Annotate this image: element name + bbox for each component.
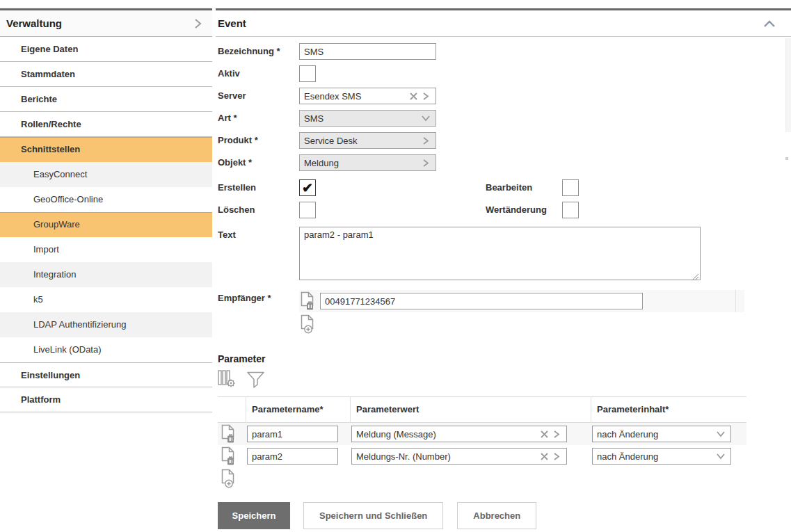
text-textarea[interactable]: param2 - param1	[299, 227, 701, 280]
server-label: Server	[218, 88, 299, 101]
sidebar-item-eigene-daten[interactable]: Eigene Daten	[0, 37, 212, 62]
sidebar-item-integration[interactable]: Integration	[0, 262, 212, 287]
page-title: Event	[218, 17, 246, 29]
parametername-input[interactable]	[247, 426, 338, 442]
parameterinhalt-dropdown[interactable]: nach Änderung	[592, 426, 731, 442]
wertaenderung-label: Wertänderung	[486, 202, 562, 215]
produkt-label: Produkt *	[218, 132, 299, 145]
chevron-right-icon[interactable]	[550, 428, 563, 440]
bezeichnung-label: Bezeichnung *	[218, 43, 299, 56]
filter-icon[interactable]	[246, 371, 265, 389]
sidebar-item-berichte[interactable]: Berichte	[0, 87, 212, 112]
empfaenger-label: Empfänger *	[218, 290, 299, 303]
sidebar-item-groupware[interactable]: GroupWare	[0, 212, 212, 237]
save-and-close-button[interactable]: Speichern und Schließen	[303, 502, 443, 529]
empfaenger-row	[299, 290, 744, 312]
objekt-label: Objekt *	[218, 154, 299, 168]
document-delete-icon[interactable]	[299, 291, 316, 311]
event-panel: Event Bezeichnung * Aktiv Server Esendex…	[216, 8, 791, 529]
sidebar-item-plattform[interactable]: Plattform	[0, 387, 212, 412]
produkt-lookup-field[interactable]: Service Desk	[299, 132, 436, 149]
chevron-down-icon	[714, 428, 727, 440]
chevron-up-icon[interactable]	[763, 17, 776, 30]
parameterwert-value: Meldungs-Nr. (Number)	[356, 451, 538, 462]
clear-x-icon[interactable]	[407, 90, 420, 102]
bezeichnung-input[interactable]	[299, 43, 436, 60]
row-end-divider	[735, 290, 744, 312]
column-settings-icon[interactable]	[218, 370, 239, 389]
resize-handle-dot	[785, 157, 788, 160]
wertaenderung-checkbox[interactable]	[562, 202, 579, 218]
parameter-table-header: Parametername* Parameterwert Parameterin…	[218, 396, 746, 423]
sidebar-item-geooffice-online[interactable]: GeoOffice-Online	[0, 187, 212, 212]
clear-x-icon[interactable]	[538, 450, 550, 462]
chevron-down-icon	[420, 112, 432, 124]
sidebar-item-easyconnect[interactable]: EasyConnect	[0, 162, 212, 187]
art-value: SMS	[304, 113, 420, 124]
parametername-input[interactable]	[247, 448, 338, 465]
sidebar-title: Verwaltung	[6, 17, 62, 29]
server-lookup-field[interactable]: Esendex SMS	[299, 88, 436, 104]
text-label: Text	[218, 227, 299, 240]
parameterinhalt-dropdown[interactable]: nach Änderung	[592, 448, 731, 465]
column-header-parametername[interactable]: Parametername*	[246, 396, 350, 423]
chevron-right-icon[interactable]	[420, 156, 432, 169]
server-value: Esendex SMS	[304, 91, 407, 102]
parameterinhalt-value: nach Änderung	[597, 451, 714, 462]
check-icon: ✔	[302, 182, 313, 195]
sidebar: Verwaltung Eigene Daten Stammdaten Beric…	[0, 8, 212, 412]
aktiv-checkbox[interactable]	[299, 65, 316, 82]
parameterinhalt-value: nach Änderung	[597, 429, 714, 440]
bearbeiten-checkbox[interactable]	[562, 179, 579, 196]
button-bar: Speichern Speichern und Schließen Abbrec…	[218, 502, 791, 529]
objekt-lookup-field[interactable]: Meldung	[299, 154, 436, 171]
parameterwert-value: Meldung (Message)	[356, 429, 538, 440]
sidebar-item-rollen-rechte[interactable]: Rollen/Rechte	[0, 112, 212, 137]
parameter-table: Parametername* Parameterwert Parameterin…	[218, 396, 746, 491]
loeschen-checkbox[interactable]	[299, 202, 316, 218]
art-label: Art *	[218, 110, 299, 123]
chevron-right-icon[interactable]	[420, 134, 432, 147]
aktiv-label: Aktiv	[218, 65, 299, 79]
document-delete-icon[interactable]	[220, 446, 237, 466]
erstellen-checkbox[interactable]: ✔	[299, 179, 316, 196]
text-textarea-wrapper: param2 - param1	[299, 227, 701, 283]
app-window: Verwaltung Eigene Daten Stammdaten Beric…	[0, 0, 791, 532]
parameter-heading: Parameter	[218, 353, 791, 364]
document-delete-icon[interactable]	[220, 424, 237, 444]
bearbeiten-label: Bearbeiten	[486, 179, 562, 193]
document-add-icon[interactable]	[220, 469, 237, 488]
document-add-icon[interactable]	[299, 314, 316, 334]
table-row: Meldungs-Nr. (Number) nach Änderung	[218, 445, 746, 467]
chevron-right-icon[interactable]	[420, 90, 432, 102]
art-dropdown[interactable]: SMS	[299, 110, 436, 127]
parameterwert-lookup-field[interactable]: Meldung (Message)	[351, 426, 567, 442]
sidebar-item-schnittstellen[interactable]: Schnittstellen	[0, 137, 212, 162]
scrollbar-track[interactable]	[785, 38, 791, 132]
table-row: Meldung (Message) nach Änderung	[218, 423, 746, 445]
chevron-right-icon[interactable]	[191, 17, 204, 30]
column-header-actions	[218, 396, 246, 423]
empfaenger-input[interactable]	[320, 293, 643, 309]
save-button[interactable]: Speichern	[218, 502, 290, 529]
event-panel-header: Event	[216, 10, 791, 37]
cancel-button[interactable]: Abbrechen	[457, 502, 536, 529]
sidebar-item-k5[interactable]: k5	[0, 287, 212, 312]
chevron-right-icon[interactable]	[550, 450, 563, 462]
column-header-parameterinhalt[interactable]: Parameterinhalt*	[591, 396, 746, 423]
erstellen-label: Erstellen	[218, 179, 299, 193]
parameterwert-lookup-field[interactable]: Meldungs-Nr. (Number)	[351, 448, 567, 465]
chevron-down-icon	[714, 450, 727, 462]
column-header-parameterwert[interactable]: Parameterwert	[350, 396, 591, 423]
parameter-toolbar	[218, 370, 791, 389]
sidebar-item-import[interactable]: Import	[0, 237, 212, 262]
produkt-value: Service Desk	[304, 136, 420, 146]
sidebar-item-stammdaten[interactable]: Stammdaten	[0, 62, 212, 87]
loeschen-label: Löschen	[218, 202, 299, 215]
sidebar-header[interactable]: Verwaltung	[0, 10, 212, 37]
sidebar-item-livelink[interactable]: LiveLink (OData)	[0, 337, 212, 362]
sidebar-item-ldap[interactable]: LDAP Authentifizierung	[0, 312, 212, 337]
objekt-value: Meldung	[304, 158, 420, 168]
sidebar-item-einstellungen[interactable]: Einstellungen	[0, 362, 212, 387]
clear-x-icon[interactable]	[538, 428, 550, 440]
